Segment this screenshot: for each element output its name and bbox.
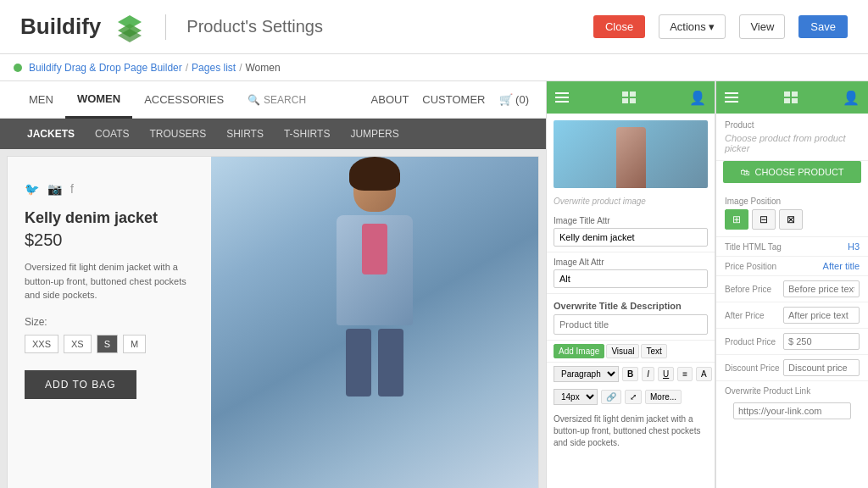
person-icon[interactable]: 👤 (689, 90, 706, 106)
underline-btn[interactable]: U (658, 367, 674, 381)
rp-grid-icon[interactable] (784, 92, 798, 103)
subnav-jackets[interactable]: JACKETS (17, 119, 85, 149)
align-btn[interactable]: ≡ (677, 367, 693, 381)
size-buttons: XXS XS S M (25, 335, 194, 353)
italic-btn[interactable]: I (642, 367, 654, 381)
choose-product-button[interactable]: 🛍 CHOOSE PRODUCT (723, 161, 861, 183)
rp-image-position-section: Image Position ⊞ ⊟ ⊠ (716, 190, 868, 237)
product-info: 🐦 📷 f Kelly denim jacket $250 Oversized … (8, 157, 211, 488)
size-m[interactable]: M (123, 335, 146, 353)
title-desc-section-label: Overwrite Title & Description (547, 294, 715, 314)
expand-btn[interactable]: ⤢ (625, 390, 642, 404)
rp-product-price-row: Product Price (716, 329, 868, 355)
nav-accessories[interactable]: ACCESSORIES (132, 81, 236, 119)
social-icons: 🐦 📷 f (25, 182, 194, 196)
subnav-jumpers[interactable]: JUMPERS (340, 119, 409, 149)
product-description: Oversized fit light denim jacket with a … (25, 260, 194, 302)
text-btn[interactable]: Text (641, 344, 666, 358)
subnav-coats[interactable]: COATS (85, 119, 139, 149)
breadcrumb-dot (14, 64, 22, 72)
nav-women[interactable]: WOMEN (65, 81, 132, 119)
breadcrumb: Buildify Drag & Drop Page Builder / Page… (0, 54, 868, 81)
rp-product-price-input[interactable] (783, 333, 860, 350)
save-button[interactable]: Save (798, 15, 848, 38)
editor-size-row: 14px 🔗 ⤢ More... (547, 385, 715, 408)
nav-customer[interactable]: CUSTOMER (422, 93, 485, 106)
rp-product-price-label: Product Price (725, 337, 776, 347)
hamburger-icon[interactable] (555, 92, 569, 103)
subnav-trousers[interactable]: TROUSERS (139, 119, 216, 149)
actions-button[interactable]: Actions ▾ (659, 14, 726, 39)
rp-person-icon[interactable]: 👤 (843, 90, 860, 106)
add-to-bag-button[interactable]: ADD TO BAG (25, 370, 136, 399)
breadcrumb-pages[interactable]: Pages list (192, 62, 236, 74)
shopping-bag-icon: 🛍 (740, 167, 749, 177)
link-btn[interactable]: 🔗 (601, 390, 621, 404)
rp-image-position-label: Image Position (725, 197, 860, 206)
color-btn[interactable]: A (696, 367, 712, 381)
rp-price-position-label: Price Position (725, 262, 776, 271)
rp-product-label: Product (725, 120, 860, 130)
rp-after-price-input[interactable] (783, 307, 860, 324)
rp-discount-price-label: Discount Price (725, 363, 779, 373)
add-image-btn[interactable]: Add Image (554, 344, 604, 358)
twitter-icon: 🐦 (25, 182, 39, 196)
paragraph-select[interactable]: Paragraph (554, 366, 619, 382)
rp-discount-price-input[interactable] (783, 359, 860, 376)
rp-overwrite-link-input[interactable] (733, 402, 851, 419)
image-alt-attr-field: Image Alt Attr (547, 252, 715, 294)
close-button[interactable]: Close (593, 15, 645, 38)
nav-search[interactable]: 🔍 SEARCH (236, 81, 318, 119)
nav-right: ABOUT CUSTOMER 🛒 (0) (371, 93, 529, 106)
rp-title-html-tag-row: Title HTML Tag H3 (716, 237, 868, 257)
header-title: Product's Settings (186, 17, 323, 36)
breadcrumb-plugin[interactable]: Buildify Drag & Drop Page Builder (29, 62, 182, 74)
grid-icon[interactable] (622, 92, 636, 103)
rp-discount-price-row: Discount Price (716, 355, 868, 381)
preview-nav: MEN WOMEN ACCESSORIES 🔍 SEARCH ABOUT CUS… (0, 81, 546, 119)
image-alt-attr-input[interactable] (554, 269, 708, 288)
more-btn[interactable]: More... (645, 390, 682, 404)
rp-product-hint: Choose product from product picker (725, 133, 860, 153)
image-title-attr-input[interactable] (554, 228, 708, 247)
size-xxs[interactable]: XXS (25, 335, 58, 353)
rp-before-price-row: Before Price (716, 276, 868, 302)
img-pos-center-btn[interactable]: ⊟ (752, 209, 776, 230)
breadcrumb-sep1: / (186, 62, 188, 74)
size-s[interactable]: S (97, 335, 118, 353)
logo-icon (114, 12, 145, 42)
bold-btn[interactable]: B (622, 367, 638, 381)
rp-after-price-label: After Price (725, 311, 765, 320)
size-xs[interactable]: XS (64, 335, 92, 353)
panel-desc-text: Oversized fit light denim jacket with a … (547, 408, 715, 454)
img-pos-left-btn[interactable]: ⊞ (725, 209, 748, 230)
image-alt-attr-label: Image Alt Attr (554, 258, 708, 267)
rp-hamburger-icon[interactable] (725, 92, 738, 103)
subnav-shirts[interactable]: SHIRTS (216, 119, 274, 149)
img-pos-right-btn[interactable]: ⊠ (779, 209, 803, 230)
visual-btn[interactable]: Visual (606, 344, 639, 358)
size-label: Size: (25, 316, 194, 328)
rp-before-price-input[interactable] (783, 280, 860, 297)
middle-panel: 👤 Overwrite product image Image Title At… (546, 81, 715, 488)
rp-price-position-value: After title (823, 261, 860, 271)
rp-overwrite-link-section: Overwrite Product Link (716, 381, 868, 428)
rp-title-html-tag-label: Title HTML Tag (725, 242, 782, 252)
rp-image-position-buttons: ⊞ ⊟ ⊠ (725, 209, 860, 230)
image-title-attr-label: Image Title Attr (554, 216, 708, 225)
rp-overwrite-link-label: Overwrite Product Link (725, 386, 860, 396)
panel-image-label: Overwrite product image (547, 195, 715, 211)
nav-men[interactable]: MEN (17, 81, 65, 119)
breadcrumb-sep2: / (239, 62, 242, 74)
font-size-select[interactable]: 14px (554, 389, 598, 405)
subnav-tshirts[interactable]: T-SHIRTS (274, 119, 340, 149)
logo-text: Buildify (20, 14, 101, 40)
view-button[interactable]: View (739, 14, 785, 39)
nav-about[interactable]: ABOUT (371, 93, 409, 106)
nav-cart[interactable]: 🛒 (0) (499, 93, 530, 106)
product-title-input[interactable] (554, 314, 708, 335)
product-image-main (211, 157, 538, 488)
rp-price-position-row: Price Position After title (716, 257, 868, 276)
facebook-icon: f (70, 182, 74, 196)
image-title-attr-field: Image Title Attr (547, 211, 715, 252)
